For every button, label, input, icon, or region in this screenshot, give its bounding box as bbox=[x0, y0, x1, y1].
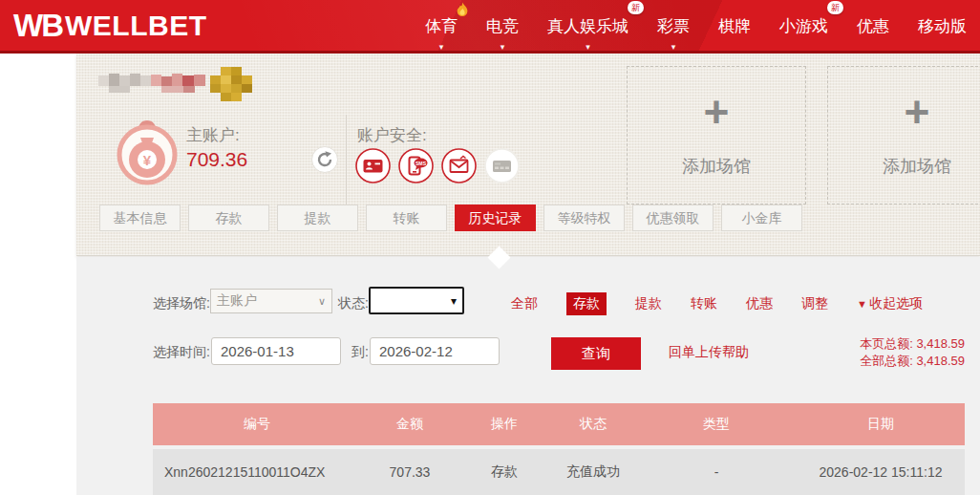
chevron-down-icon: ▾ bbox=[586, 42, 590, 52]
balance-value: 709.36 bbox=[186, 148, 247, 171]
plus-icon: + bbox=[628, 90, 805, 134]
cell-date: 2026-02-12 15:11:12 bbox=[797, 464, 965, 480]
add-venue-label: 添加场馆 bbox=[628, 155, 805, 178]
date-from-input[interactable] bbox=[211, 337, 341, 365]
bank-card-icon[interactable] bbox=[484, 148, 520, 183]
sms-text: SMS bbox=[415, 161, 427, 166]
table-row: Xnn26021215110011O4ZX 707.33 存款 充值成功 - 2… bbox=[153, 449, 965, 495]
page-total-label: 本页总额: bbox=[860, 336, 913, 351]
filter-promo[interactable]: 优惠 bbox=[746, 295, 773, 312]
main-account-label: 主账户: bbox=[186, 124, 240, 146]
nav-item-label: 体育 bbox=[425, 17, 458, 35]
date-to-input[interactable] bbox=[370, 337, 500, 365]
top-navbar: WB WELLBET 体育 ▾ 电竞 ▾ 真人娱乐城 新 ▾ 彩票 bbox=[0, 0, 980, 54]
status-filter-label: 状态: bbox=[338, 295, 369, 312]
nav-item-mini-games[interactable]: 小游戏 新 bbox=[779, 13, 828, 37]
search-button[interactable]: 查询 bbox=[551, 337, 641, 370]
page-total-value: 3,418.59 bbox=[916, 336, 965, 351]
filter-deposit[interactable]: 存款 bbox=[566, 292, 607, 315]
account-panel: ¥ 主账户: 709.36 账户安全: bbox=[76, 54, 980, 256]
col-header-type: 类型 bbox=[636, 416, 797, 433]
col-header-id: 编号 bbox=[153, 416, 361, 433]
tab-vip-privileges[interactable]: 等级特权 bbox=[543, 204, 625, 231]
cell-status: 充值成功 bbox=[550, 463, 636, 481]
cell-operation: 存款 bbox=[458, 463, 550, 481]
wellbet-logo[interactable]: WB WELLBET bbox=[13, 8, 206, 44]
nav-item-lottery[interactable]: 彩票 ▾ bbox=[657, 13, 690, 37]
add-venue-button[interactable]: + 添加场馆 bbox=[627, 66, 806, 204]
refresh-icon bbox=[311, 146, 338, 173]
nav-item-label: 小游戏 bbox=[779, 17, 828, 35]
col-header-date: 日期 bbox=[797, 416, 965, 433]
nav-item-board-games[interactable]: 棋牌 bbox=[718, 13, 751, 37]
money-bag-icon: ¥ bbox=[115, 113, 180, 189]
collapse-options-toggle[interactable]: ▼收起选项 bbox=[857, 295, 923, 312]
mail-icon[interactable] bbox=[441, 148, 477, 183]
nav-item-label: 棋牌 bbox=[718, 17, 751, 35]
tab-transfer[interactable]: 转账 bbox=[366, 204, 447, 231]
tab-history[interactable]: 历史记录 bbox=[455, 204, 536, 231]
filter-all[interactable]: 全部 bbox=[511, 295, 538, 312]
refresh-balance-button[interactable] bbox=[311, 146, 338, 173]
id-card-icon[interactable] bbox=[355, 148, 391, 183]
history-section: 选择场馆: 主账户 ∨ 状态: ▾ 全部 存款 提款 转账 优惠 调整 ▼收起选… bbox=[76, 257, 980, 495]
add-venue-label: 添加场馆 bbox=[828, 155, 980, 178]
page-total-line: 本页总额: 3,418.59 bbox=[860, 335, 965, 353]
status-select[interactable]: ▾ bbox=[369, 287, 464, 314]
main-nav: 体育 ▾ 电竞 ▾ 真人娱乐城 新 ▾ 彩票 ▾ 棋牌 bbox=[425, 0, 970, 51]
security-icons-row: SMS bbox=[355, 148, 520, 183]
new-badge: 新 bbox=[827, 1, 843, 14]
col-header-operation: 操作 bbox=[458, 416, 550, 433]
nav-item-label: 电竞 bbox=[486, 17, 519, 35]
type-filter-row: 全部 存款 提款 转账 优惠 调整 ▼收起选项 bbox=[511, 292, 923, 315]
nav-item-mobile-version[interactable]: 移动版 bbox=[918, 13, 967, 37]
venue-select-value: 主账户 bbox=[217, 292, 257, 310]
tab-basic-info[interactable]: 基本信息 bbox=[99, 204, 181, 231]
account-security-label: 账户安全: bbox=[357, 124, 427, 146]
nav-item-label: 移动版 bbox=[918, 17, 967, 35]
col-header-amount: 金额 bbox=[361, 416, 458, 433]
triangle-down-icon: ▼ bbox=[857, 298, 867, 310]
chevron-down-icon: ▾ bbox=[501, 42, 505, 52]
cell-amount: 707.33 bbox=[361, 464, 458, 480]
col-header-status: 状态 bbox=[550, 416, 636, 433]
chevron-down-icon: ▾ bbox=[451, 294, 457, 308]
plus-icon: + bbox=[828, 90, 980, 134]
venue-filter-label: 选择场馆: bbox=[153, 295, 210, 312]
yuan-symbol: ¥ bbox=[143, 152, 152, 168]
table-header-row: 编号 金额 操作 状态 类型 日期 bbox=[153, 403, 965, 445]
chevron-down-icon: ∨ bbox=[318, 295, 326, 308]
cell-type: - bbox=[636, 464, 797, 480]
nav-item-esports[interactable]: 电竞 ▾ bbox=[486, 13, 519, 37]
vip-badge-pixelated bbox=[210, 67, 252, 105]
cell-transaction-id: Xnn26021215110011O4ZX bbox=[153, 464, 361, 480]
new-badge: 新 bbox=[628, 1, 644, 14]
add-venue-button[interactable]: + 添加场馆 bbox=[827, 66, 980, 204]
tab-vault[interactable]: 小金库 bbox=[721, 204, 802, 231]
nav-item-promotions[interactable]: 优惠 bbox=[857, 13, 889, 37]
date-filter-label: 选择时间: bbox=[153, 344, 210, 361]
filter-adjustment[interactable]: 调整 bbox=[801, 295, 828, 312]
censored-username bbox=[98, 72, 205, 99]
nav-item-live-casino[interactable]: 真人娱乐城 新 ▾ bbox=[547, 13, 628, 37]
receipt-upload-help-link[interactable]: 回单上传帮助 bbox=[669, 344, 749, 361]
tab-withdraw[interactable]: 提款 bbox=[277, 204, 358, 231]
filter-transfer[interactable]: 转账 bbox=[691, 295, 717, 312]
wellbet-logo-text: WELLBET bbox=[65, 10, 206, 42]
collapse-options-label: 收起选项 bbox=[869, 295, 923, 311]
nav-item-label: 真人娱乐城 bbox=[547, 17, 628, 35]
nav-item-label: 彩票 bbox=[657, 17, 690, 35]
tab-promo-claim[interactable]: 优惠领取 bbox=[632, 204, 714, 231]
filter-withdraw[interactable]: 提款 bbox=[635, 295, 662, 312]
nav-item-sports[interactable]: 体育 ▾ bbox=[425, 13, 458, 37]
sms-phone-icon[interactable]: SMS bbox=[398, 148, 434, 183]
account-tabs: 基本信息 存款 提款 转账 历史记录 等级特权 优惠领取 小金库 bbox=[99, 204, 802, 231]
flame-icon bbox=[456, 2, 469, 23]
tab-deposit[interactable]: 存款 bbox=[188, 204, 269, 231]
history-table: 编号 金额 操作 状态 类型 日期 Xnn26021215110011O4ZX … bbox=[153, 403, 965, 495]
venue-select[interactable]: 主账户 ∨ bbox=[210, 289, 332, 313]
wellbet-logo-mark: WB bbox=[13, 8, 62, 44]
nav-item-label: 优惠 bbox=[857, 17, 889, 35]
date-to-label: 到: bbox=[352, 344, 369, 361]
all-total-value: 3,418.59 bbox=[916, 354, 965, 368]
